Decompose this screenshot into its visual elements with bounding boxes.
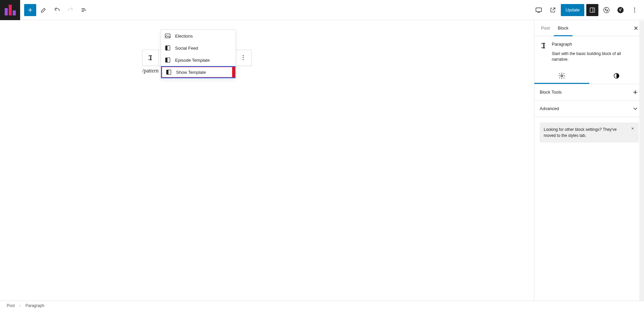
undo-button[interactable] <box>51 4 63 16</box>
block-description: Start with the basic building block of a… <box>534 51 644 68</box>
svg-point-16 <box>243 57 244 58</box>
suggestion-label: Social Feed <box>175 46 198 51</box>
subtab-styles[interactable] <box>589 68 644 84</box>
block-more-options[interactable] <box>235 50 251 65</box>
svg-rect-0 <box>536 8 542 11</box>
suggestion-label: Elections <box>175 34 193 39</box>
gear-icon <box>558 72 566 80</box>
svg-point-18 <box>561 75 563 77</box>
toolbar-right-group: Update <box>533 4 644 16</box>
svg-rect-8 <box>165 34 170 38</box>
preview-button[interactable] <box>547 4 559 16</box>
image-icon <box>164 33 171 39</box>
panel-label: Advanced <box>540 106 559 111</box>
subtab-settings[interactable] <box>534 68 589 84</box>
svg-point-15 <box>243 55 244 56</box>
svg-rect-1 <box>590 8 594 12</box>
dismiss-notice-button[interactable] <box>629 124 637 133</box>
sidebar-tabs: Post Block <box>534 20 644 36</box>
svg-point-5 <box>634 7 635 8</box>
svg-point-3 <box>604 7 609 13</box>
pattern-icon <box>164 57 171 63</box>
editor-topbar: Update <box>0 0 644 20</box>
notice-text: Looking for other block settings? They'v… <box>544 127 617 138</box>
chevron-right-icon <box>18 304 22 308</box>
redo-button[interactable] <box>64 4 76 16</box>
settings-sidebar: Post Block Paragraph Start with the basi… <box>534 20 644 301</box>
more-options-button[interactable] <box>629 4 641 16</box>
update-button[interactable]: Update <box>561 4 584 16</box>
block-type-button[interactable] <box>143 50 159 65</box>
add-block-button[interactable] <box>24 4 36 16</box>
panel-advanced[interactable]: Advanced <box>534 101 644 117</box>
suggestion-elections[interactable]: Elections <box>161 30 235 42</box>
panel-block-tools[interactable]: Block Tools <box>534 84 644 101</box>
editor-canvas[interactable]: Elections Social Feed Episode Template S… <box>0 20 534 301</box>
site-logo[interactable] <box>0 0 20 20</box>
block-subtabs <box>534 68 644 84</box>
yoast-button[interactable] <box>614 4 627 16</box>
svg-point-7 <box>634 11 635 12</box>
breadcrumb-current: Paragraph <box>25 303 44 308</box>
tab-block[interactable]: Block <box>554 20 573 36</box>
suggestion-label: Episode Template <box>175 58 210 63</box>
block-breadcrumb: Post Paragraph <box>0 301 644 310</box>
suggestion-label: Show Template <box>176 70 206 75</box>
block-suggestion-popover: Elections Social Feed Episode Template S… <box>161 30 236 79</box>
svg-point-6 <box>634 9 635 10</box>
svg-rect-14 <box>166 70 168 74</box>
tab-post[interactable]: Post <box>537 20 554 36</box>
svg-rect-12 <box>165 58 167 62</box>
pattern-icon <box>165 69 172 75</box>
paragraph-slash-command[interactable]: /pattern <box>142 68 159 74</box>
suggestion-episode-template[interactable]: Episode Template <box>161 54 235 66</box>
block-info-header: Paragraph <box>534 36 644 52</box>
edit-tool-button[interactable] <box>38 4 50 16</box>
view-button[interactable] <box>533 4 545 16</box>
scrollbar-vertical[interactable] <box>639 21 644 301</box>
styles-moved-notice: Looking for other block settings? They'v… <box>540 122 639 143</box>
plus-icon <box>632 89 639 96</box>
settings-sidebar-toggle[interactable] <box>586 4 598 16</box>
jetpack-button[interactable] <box>600 4 612 16</box>
suggestion-show-template[interactable]: Show Template <box>161 66 235 78</box>
svg-point-17 <box>243 59 244 60</box>
paragraph-icon <box>540 42 548 50</box>
document-overview-button[interactable] <box>78 4 90 16</box>
panel-label: Block Tools <box>540 90 562 95</box>
suggestion-social-feed[interactable]: Social Feed <box>161 42 235 54</box>
contrast-icon <box>613 72 620 80</box>
breadcrumb-root[interactable]: Post <box>7 303 15 308</box>
svg-rect-10 <box>165 46 167 50</box>
pattern-icon <box>164 45 171 51</box>
chevron-down-icon <box>632 105 639 112</box>
toolbar-left-group <box>20 4 90 16</box>
block-title: Paragraph <box>552 42 572 47</box>
